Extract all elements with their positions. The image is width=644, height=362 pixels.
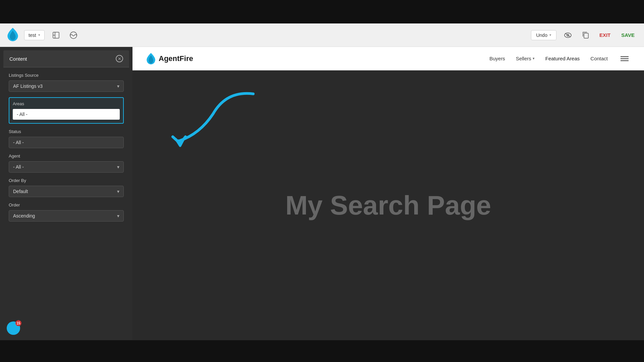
status-label: Status xyxy=(9,129,124,134)
sellers-chevron-icon: ▾ xyxy=(533,56,535,61)
order-chevron-icon: ▾ xyxy=(117,213,119,219)
hamburger-menu-icon[interactable] xyxy=(619,53,631,65)
project-dropdown[interactable]: test ▾ xyxy=(24,30,45,40)
panel-close-button[interactable]: ✕ xyxy=(116,55,123,62)
order-field: Order Ascending ▾ xyxy=(9,202,124,222)
svg-point-3 xyxy=(70,32,77,39)
nav-buyers[interactable]: Buyers xyxy=(489,56,505,61)
editor-toolbar: test ▾ Undo ▾ xyxy=(0,23,644,47)
bottom-black-bar xyxy=(0,340,644,362)
website-nav: AgentFire Buyers Sellers ▾ Featured Area… xyxy=(132,47,644,70)
hero-section: My Search Page xyxy=(132,70,644,340)
panel-header: Content ✕ xyxy=(3,50,129,67)
website-logo: AgentFire xyxy=(146,53,193,64)
agent-chevron-icon: ▾ xyxy=(117,164,119,170)
save-button[interactable]: SAVE xyxy=(619,32,637,38)
undo-dropdown-chevron: ▾ xyxy=(549,33,551,37)
preview-icon-button[interactable] xyxy=(562,29,574,41)
project-dropdown-chevron: ▾ xyxy=(38,33,40,37)
content-panel: Content ✕ Listings Source AF Listings v3… xyxy=(3,50,129,232)
agent-label: Agent xyxy=(9,154,124,159)
top-black-bar xyxy=(0,0,644,23)
order-by-label: Order By xyxy=(9,178,124,183)
status-input[interactable]: - All - xyxy=(9,137,124,148)
layout-icon-button[interactable] xyxy=(50,29,62,41)
agentfire-logo[interactable] xyxy=(7,28,19,43)
order-by-select[interactable]: Default ▾ xyxy=(9,186,124,197)
hero-title: My Search Page xyxy=(285,190,491,221)
nav-featured-areas[interactable]: Featured Areas xyxy=(545,56,580,61)
website-logo-text: AgentFire xyxy=(159,54,193,63)
exit-button[interactable]: EXIT xyxy=(597,32,613,38)
order-by-chevron-icon: ▾ xyxy=(117,189,119,194)
listings-source-chevron-icon: ▾ xyxy=(117,83,119,89)
copy-icon-button[interactable] xyxy=(579,29,591,41)
agent-field: Agent - All - ▾ xyxy=(9,154,124,173)
order-select[interactable]: Ascending ▾ xyxy=(9,210,124,222)
areas-label: Areas xyxy=(13,101,120,106)
side-panel: Content ✕ Listings Source AF Listings v3… xyxy=(0,47,132,340)
website-nav-links: Buyers Sellers ▾ Featured Areas Contact xyxy=(489,53,631,65)
toolbar-right: Undo ▾ EXIT SAVE xyxy=(531,29,637,41)
wordpress-icon-button[interactable] xyxy=(67,29,79,41)
order-by-field: Order By Default ▾ xyxy=(9,178,124,197)
listings-source-field: Listings Source AF Listings v3 ▾ xyxy=(9,73,124,92)
svg-rect-6 xyxy=(584,33,588,38)
preview-area: AgentFire Buyers Sellers ▾ Featured Area… xyxy=(132,47,644,340)
notification-count: 15 xyxy=(15,320,21,326)
order-label: Order xyxy=(9,202,124,207)
status-field: Status - All - xyxy=(9,129,124,148)
areas-input[interactable] xyxy=(13,109,120,120)
undo-button[interactable]: Undo ▾ xyxy=(531,30,556,40)
listings-source-select[interactable]: AF Listings v3 ▾ xyxy=(9,80,124,92)
arrow-annotation xyxy=(159,87,277,164)
listings-source-label: Listings Source xyxy=(9,73,124,78)
notification-badge[interactable]: 15 xyxy=(7,321,20,335)
areas-field-group: Areas xyxy=(9,97,124,124)
panel-body: Listings Source AF Listings v3 ▾ Areas S… xyxy=(3,67,129,232)
nav-contact[interactable]: Contact xyxy=(590,56,608,61)
nav-sellers[interactable]: Sellers ▾ xyxy=(516,56,535,61)
main-area: Content ✕ Listings Source AF Listings v3… xyxy=(0,47,644,340)
panel-title: Content xyxy=(9,56,27,62)
agent-select[interactable]: - All - ▾ xyxy=(9,161,124,173)
